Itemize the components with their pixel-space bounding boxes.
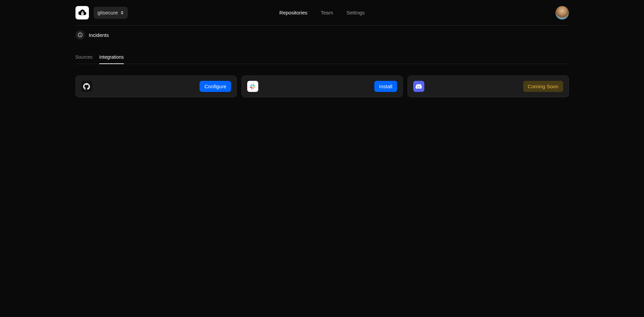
integration-cards: Configure Install [75, 75, 569, 97]
integration-card-discord: Coming Soon [408, 75, 569, 97]
app-logo[interactable] [75, 6, 89, 19]
coming-soon-badge: Coming Soon [523, 81, 563, 92]
chevron-up-down-icon [120, 11, 124, 15]
topbar: gitsecure Repositories Team Settings [75, 0, 569, 25]
user-avatar[interactable] [555, 6, 569, 19]
configure-button[interactable]: Configure [200, 81, 231, 92]
tab-sources[interactable]: Sources [75, 54, 93, 64]
slack-icon [247, 81, 258, 92]
cloud-lock-icon [77, 8, 87, 17]
main-nav: Repositories Team Settings [279, 10, 365, 15]
project-selector[interactable]: gitsecure [94, 7, 128, 19]
install-button[interactable]: Install [374, 81, 397, 92]
nav-team[interactable]: Team [321, 10, 333, 15]
discord-icon [413, 81, 424, 92]
nav-settings[interactable]: Settings [346, 10, 365, 15]
svg-point-4 [80, 34, 80, 34]
svg-point-1 [82, 13, 83, 14]
page-subheader: Incidents [75, 25, 569, 44]
nav-repositories[interactable]: Repositories [279, 10, 307, 15]
tabs: Sources Integrations [75, 54, 569, 64]
project-name: gitsecure [98, 10, 118, 15]
info-icon [75, 30, 85, 40]
tab-integrations[interactable]: Integrations [99, 54, 124, 64]
page-title: Incidents [89, 32, 109, 38]
github-icon [81, 81, 92, 92]
integration-card-github: Configure [75, 75, 237, 97]
integration-card-slack: Install [241, 75, 403, 97]
